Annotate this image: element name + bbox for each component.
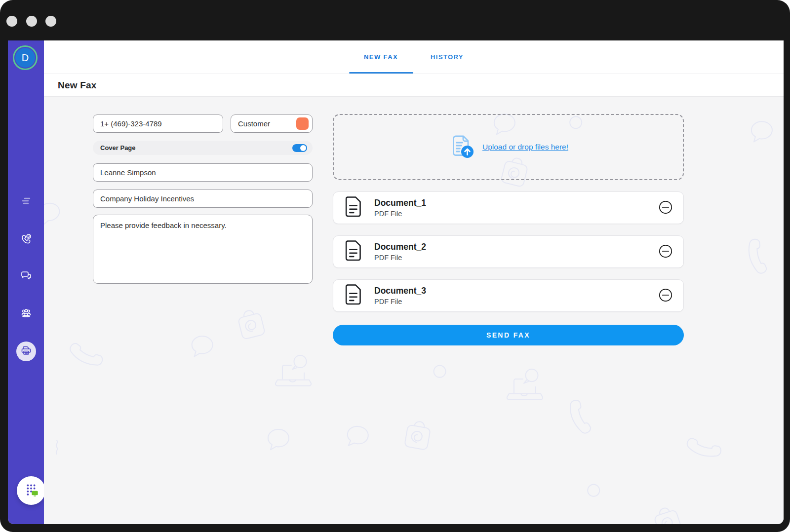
document-icon [344, 283, 362, 308]
fax-printer-icon [20, 344, 32, 358]
window-minimize-button[interactable] [26, 16, 37, 27]
toggle-knob [300, 145, 306, 151]
remove-document-button[interactable] [659, 289, 672, 303]
subject-input[interactable] [93, 190, 313, 208]
document-name: Document_2 [374, 242, 426, 252]
phone-call-smiley-icon [20, 233, 33, 248]
app-window: D [0, 0, 790, 532]
recipient-tag-select[interactable]: Customer [231, 114, 313, 133]
people-group-icon [19, 306, 33, 322]
remove-minus-icon [659, 288, 672, 304]
send-fax-button[interactable]: SEND FAX [333, 325, 684, 345]
cover-page-toggle[interactable] [292, 144, 307, 152]
cover-page-row: Cover Page [93, 141, 313, 155]
main-panel: NEW FAX HISTORY New Fax [44, 40, 784, 524]
document-type: PDF File [374, 210, 426, 218]
user-avatar[interactable]: D [13, 45, 38, 70]
fax-number-input[interactable] [93, 114, 223, 133]
tab-new-fax[interactable]: NEW FAX [356, 40, 406, 74]
feed-lines-icon [20, 195, 32, 209]
remove-minus-icon [659, 244, 672, 260]
sidebar-item-contacts[interactable] [8, 304, 44, 324]
recipient-name-input[interactable] [93, 163, 313, 182]
attachments-panel: Upload or drop files here! Document_1 PD… [333, 114, 684, 345]
document-card: Document_2 PDF File [333, 235, 684, 268]
remove-document-button[interactable] [659, 245, 672, 259]
file-upload-icon [448, 133, 475, 161]
recipient-tag-label: Customer [238, 119, 270, 128]
page-header: New Fax [44, 74, 784, 97]
document-name: Document_3 [374, 286, 426, 296]
message-textarea[interactable]: Please provide feedback in necessary. [93, 215, 313, 284]
document-name: Document_1 [374, 198, 426, 208]
recipient-color-swatch [296, 117, 309, 130]
tab-history[interactable]: HISTORY [423, 40, 472, 74]
content-area: Hi [44, 97, 784, 524]
sidebar: D [8, 40, 44, 524]
remove-minus-icon [659, 200, 672, 216]
tab-bar: NEW FAX HISTORY [44, 40, 784, 74]
document-card: Document_3 PDF File [333, 279, 684, 312]
upload-link[interactable]: Upload or drop files here! [482, 143, 568, 152]
document-icon [344, 195, 362, 221]
sidebar-item-feed[interactable] [8, 192, 44, 212]
app-shell: D [8, 40, 784, 524]
document-card: Document_1 PDF File [333, 191, 684, 224]
dialpad-icon [23, 481, 40, 500]
window-maximize-button[interactable] [45, 16, 56, 27]
chat-bubbles-icon [20, 269, 33, 284]
sidebar-item-calls[interactable] [8, 230, 44, 250]
document-icon [344, 239, 362, 265]
cover-page-label: Cover Page [100, 144, 136, 152]
active-nav-highlight [16, 342, 36, 361]
sidebar-item-fax[interactable] [8, 342, 44, 361]
upload-dropzone[interactable]: Upload or drop files here! [333, 114, 684, 180]
window-close-button[interactable] [6, 16, 17, 27]
window-titlebar [0, 0, 790, 40]
dialpad-button[interactable] [17, 476, 45, 505]
remove-document-button[interactable] [659, 201, 672, 215]
document-type: PDF File [374, 298, 426, 305]
sidebar-item-messages[interactable] [8, 266, 44, 286]
page-title: New Fax [58, 80, 97, 91]
document-type: PDF File [374, 254, 426, 262]
fax-form: Customer Cover Page Please provide feedb… [93, 114, 313, 286]
avatar-initial: D [15, 48, 35, 68]
